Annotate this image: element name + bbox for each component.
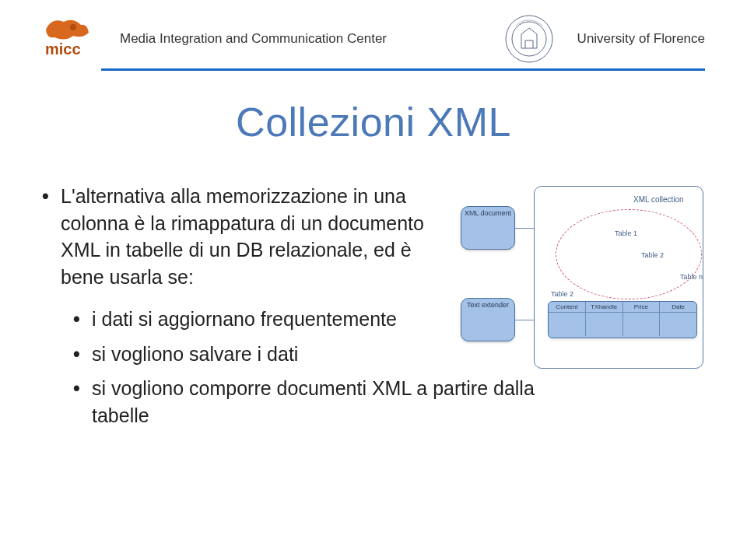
svg-point-2 xyxy=(506,16,552,62)
table1-label: Table 1 xyxy=(615,229,637,237)
svg-point-3 xyxy=(512,22,546,56)
university-seal-icon xyxy=(504,14,554,64)
xml-collection-label: XML collection xyxy=(633,195,684,204)
arrow-1 xyxy=(515,228,534,229)
svg-point-0 xyxy=(70,24,76,30)
bullet-sub-2: • si vogliono salvare i dati xyxy=(73,341,436,368)
table2a-label: Table 2 xyxy=(641,251,664,259)
slide-title: Collezioni XML xyxy=(0,99,747,145)
arrow-2 xyxy=(515,320,534,320)
header-center-text: Media Integration and Communication Cent… xyxy=(120,31,387,47)
university-name: University of Florence xyxy=(577,31,705,47)
col-content: Content xyxy=(549,302,586,312)
grid-table: Content TXhandle Price Date xyxy=(548,301,697,338)
bullet-main: • L'alternativa alla memorizzazione in u… xyxy=(42,183,436,290)
micc-logo: micc xyxy=(42,16,106,62)
text-extender-box: Text extender xyxy=(461,298,515,341)
diagram: XML document Text extender XML collectio… xyxy=(456,183,705,377)
table2b-label: Table 2 xyxy=(551,290,573,298)
header: micc Media Integration and Communication… xyxy=(0,0,747,64)
col-txhandle: TXhandle xyxy=(586,302,623,312)
text-column: • L'alternativa alla memorizzazione in u… xyxy=(42,183,436,436)
col-date: Date xyxy=(660,302,696,312)
bullet-sub-1: • i dati si aggiornano frequentemente xyxy=(73,306,436,333)
bullet-sub-3: • si vogliono comporre documenti XML a p… xyxy=(73,375,591,429)
col-price: Price xyxy=(623,302,661,312)
tablen-label: Table n xyxy=(680,273,703,281)
svg-text:micc: micc xyxy=(45,40,81,58)
header-rule xyxy=(101,68,705,71)
collection-ellipse xyxy=(556,209,702,299)
xml-document-box: XML document xyxy=(461,206,515,250)
